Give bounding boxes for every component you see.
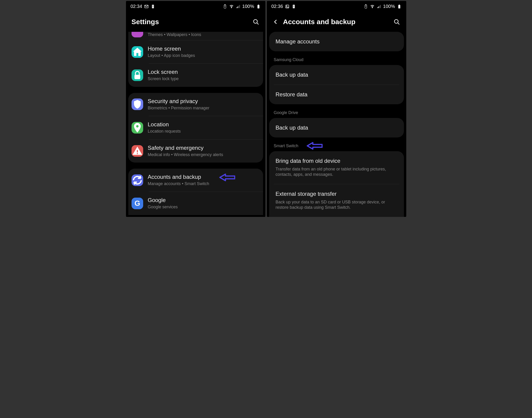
settings-row-google[interactable]: GGoogleGoogle services <box>128 192 263 215</box>
accounts-group: Back up dataRestore data <box>269 65 404 104</box>
svg-rect-33 <box>398 5 400 8</box>
row-title: Google <box>148 197 258 203</box>
status-right: 100% <box>223 4 261 9</box>
row-sub: Layout • App icon badges <box>148 53 258 58</box>
settings-group-accounts: Accounts and backupManage accounts • Sma… <box>128 169 263 215</box>
themes-row-partial[interactable]: Themes • Wallpapers • Icons <box>128 32 263 40</box>
row-text: GoogleGoogle services <box>148 197 258 210</box>
svg-rect-7 <box>237 7 237 8</box>
svg-rect-8 <box>238 7 238 8</box>
accounts-group: Bring data from old deviceTransfer data … <box>269 151 404 217</box>
settings-group-security: Security and privacyBiometrics • Permiss… <box>128 93 263 163</box>
settings-row-lock[interactable]: Lock screenScreen lock type <box>128 64 263 87</box>
status-left: 02:36 <box>271 4 296 9</box>
row-title: Bring data from old device <box>276 158 398 164</box>
accounts-row-sc_restore[interactable]: Restore data <box>269 85 404 104</box>
sim-alert-icon <box>151 4 155 9</box>
accounts-row-sc_backup[interactable]: Back up data <box>269 65 404 84</box>
phone-left-settings: 02:34 100% Settings Themes • Wallpapers … <box>126 1 266 217</box>
battery-saver-icon <box>223 4 227 9</box>
row-sub: Location requests <box>148 129 258 134</box>
svg-line-36 <box>398 23 399 24</box>
settings-row-security[interactable]: Security and privacyBiometrics • Permiss… <box>128 93 263 116</box>
svg-rect-31 <box>379 6 380 8</box>
svg-rect-26 <box>365 5 367 8</box>
shield-icon <box>132 98 143 110</box>
svg-text:G: G <box>134 199 140 207</box>
section-label-samsung-cloud: Samsung Cloud <box>267 57 406 65</box>
row-text: Accounts and backupManage accounts • Sma… <box>148 174 258 186</box>
row-sub: Transfer data from an old phone or table… <box>276 166 398 177</box>
svg-point-13 <box>254 20 257 23</box>
row-sub: Medical info • Wireless emergency alerts <box>148 152 258 157</box>
themes-icon <box>132 32 143 37</box>
search-button[interactable] <box>252 18 260 26</box>
row-title: Accounts and backup <box>148 174 258 180</box>
row-text: External storage transferBack up your da… <box>276 191 398 210</box>
google-icon: G <box>132 198 143 209</box>
accounts-group: Back up data <box>269 118 404 138</box>
annotation-arrow <box>306 142 323 150</box>
row-text: Safety and emergencyMedical info • Wirel… <box>148 145 258 157</box>
svg-point-6 <box>231 7 232 8</box>
status-time: 02:34 <box>131 4 142 9</box>
svg-point-28 <box>372 7 373 8</box>
row-text: LocationLocation requests <box>148 121 258 134</box>
signal-icon <box>236 4 240 9</box>
svg-point-16 <box>136 125 138 127</box>
annotation-arrow <box>219 173 235 182</box>
wifi-icon <box>370 4 375 9</box>
search-button[interactable] <box>393 18 401 26</box>
svg-rect-3 <box>153 7 153 7</box>
row-text: Manage accounts <box>276 38 398 45</box>
status-right: 100% <box>363 4 401 9</box>
row-title: Manage accounts <box>276 38 398 45</box>
status-time: 02:36 <box>271 4 283 9</box>
row-sub: Manage accounts • Smart Switch <box>148 181 258 186</box>
status-left: 02:34 <box>131 4 155 9</box>
row-sub: Google services <box>148 204 258 210</box>
svg-rect-9 <box>239 6 239 8</box>
settings-row-safety[interactable]: Safety and emergencyMedical info • Wirel… <box>128 139 263 163</box>
sim-alert-icon <box>291 4 296 9</box>
battery-text: 100% <box>242 4 254 9</box>
row-title: Restore data <box>276 91 398 98</box>
row-text: Security and privacyBiometrics • Permiss… <box>148 98 258 111</box>
settings-row-accounts[interactable]: Accounts and backupManage accounts • Sma… <box>128 169 263 192</box>
svg-rect-15 <box>134 75 140 79</box>
svg-rect-12 <box>258 4 259 5</box>
phone-right-accounts-backup: 02:36 100% Accounts and backup Manage ac… <box>267 1 406 217</box>
accounts-row-manage[interactable]: Manage accounts <box>269 32 404 51</box>
svg-rect-2 <box>153 5 153 7</box>
row-title: Back up data <box>276 71 398 78</box>
svg-rect-29 <box>377 7 378 8</box>
row-title: Security and privacy <box>148 98 258 104</box>
accounts-row-gd_backup[interactable]: Back up data <box>269 118 404 138</box>
back-button[interactable] <box>272 19 279 25</box>
svg-rect-21 <box>286 5 289 8</box>
settings-row-location[interactable]: LocationLocation requests <box>128 116 263 139</box>
themes-sub: Themes • Wallpapers • Icons <box>148 32 258 37</box>
accounts-row-external[interactable]: External storage transferBack up your da… <box>269 184 404 217</box>
svg-rect-32 <box>380 5 381 8</box>
status-bar: 02:36 100% <box>267 1 406 11</box>
svg-rect-25 <box>293 7 294 7</box>
svg-rect-24 <box>293 5 294 7</box>
settings-row-home[interactable]: Home screenLayout • App icon badges <box>128 40 263 63</box>
row-sub: Back up your data to an SD card or USB s… <box>276 199 398 210</box>
battery-icon <box>397 4 402 9</box>
row-text: Lock screenScreen lock type <box>148 69 258 81</box>
page-title: Accounts and backup <box>283 18 356 26</box>
status-bar: 02:34 100% <box>126 1 266 11</box>
svg-rect-5 <box>225 4 225 5</box>
row-text: Home screenLayout • App icon badges <box>148 46 258 58</box>
home-icon <box>132 46 143 58</box>
accounts-row-bring[interactable]: Bring data from old deviceTransfer data … <box>269 151 404 184</box>
alert-icon <box>132 145 143 157</box>
accounts-group: Manage accounts <box>269 32 404 51</box>
svg-point-22 <box>286 6 287 6</box>
row-title: Home screen <box>148 46 258 52</box>
signal-icon <box>376 4 381 9</box>
svg-rect-34 <box>399 4 399 5</box>
svg-rect-27 <box>366 4 366 5</box>
